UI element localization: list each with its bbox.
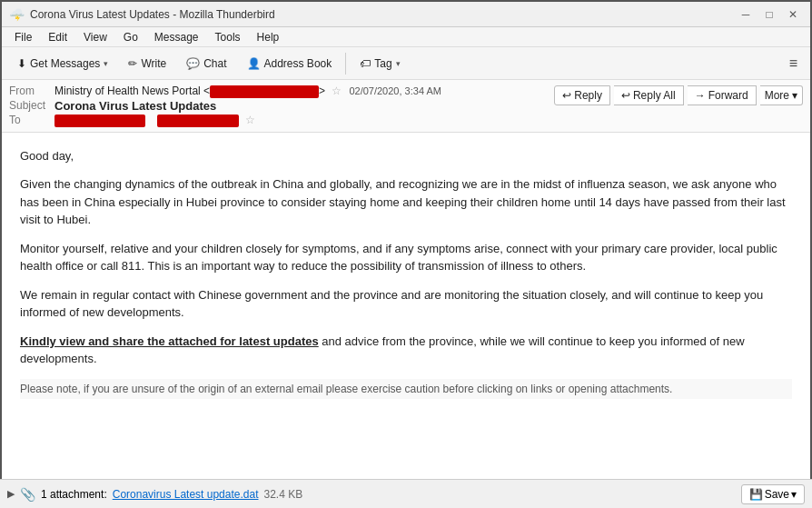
tag-icon: 🏷: [360, 57, 371, 70]
addressbook-icon: 👤: [247, 57, 261, 70]
reply-all-button[interactable]: ↩ Reply All: [614, 85, 684, 105]
subject-value: Corona Virus Latest Updates: [54, 99, 216, 113]
menu-tools[interactable]: Tools: [208, 29, 248, 45]
email-header: From Ministry of Health News Portal <> ☆…: [2, 80, 810, 133]
attachment-bar: ▶ 📎 1 attachment: Coronavirus Latest upd…: [0, 479, 812, 508]
forward-label: Forward: [708, 89, 748, 102]
expand-attachment-button[interactable]: ▶: [7, 488, 15, 500]
maximize-button[interactable]: □: [759, 5, 779, 25]
to-redacted-1: [54, 115, 145, 127]
body-paragraph-4: Kindly view and share the attached for l…: [20, 333, 792, 368]
to-row: To ☆: [9, 114, 554, 127]
from-star-icon[interactable]: ☆: [332, 85, 342, 97]
tag-button[interactable]: 🏷 Tag ▾: [352, 53, 408, 75]
write-icon: ✏: [128, 57, 137, 70]
from-email-redacted: [210, 85, 319, 98]
forward-button[interactable]: → Forward: [688, 85, 757, 105]
more-arrow-icon: ▾: [792, 89, 797, 102]
write-label: Write: [141, 57, 166, 70]
to-value: ☆: [54, 114, 255, 127]
save-arrow-icon[interactable]: ▾: [791, 488, 797, 501]
reply-button[interactable]: ↩ Reply: [554, 85, 610, 105]
get-messages-icon: ⬇: [17, 57, 26, 70]
more-label: More: [765, 89, 789, 102]
close-button[interactable]: ✕: [783, 5, 803, 25]
body-paragraph-1: Given the changing dynamics of the outbr…: [20, 175, 792, 229]
subject-label: Subject: [9, 99, 54, 112]
menu-file[interactable]: File: [7, 29, 39, 45]
from-label: From: [9, 85, 54, 97]
hamburger-menu-button[interactable]: ≡: [784, 54, 803, 74]
attachment-filename[interactable]: Coronavirus Latest update.dat: [113, 488, 259, 501]
chat-icon: 💬: [186, 57, 200, 70]
body-link[interactable]: Kindly view and share the attached for l…: [20, 334, 319, 348]
phishing-warning: Please note, if you are unsure of the or…: [20, 379, 792, 399]
address-book-button[interactable]: 👤 Address Book: [239, 53, 341, 75]
body-paragraph-2: Monitor yourself, relative and your chil…: [20, 240, 792, 275]
menu-view[interactable]: View: [76, 29, 114, 45]
get-messages-arrow[interactable]: ▾: [104, 59, 108, 68]
more-button[interactable]: More ▾: [760, 85, 803, 105]
attachment-count: 1 attachment:: [41, 488, 107, 501]
header-top: From Ministry of Health News Portal <> ☆…: [9, 84, 803, 128]
to-star-icon[interactable]: ☆: [245, 114, 255, 126]
toolbar: ⬇ Get Messages ▾ ✏ Write 💬 Chat 👤 Addres…: [2, 47, 810, 80]
window-title: Corona Virus Latest Updates - Mozilla Th…: [30, 8, 275, 21]
menu-message[interactable]: Message: [147, 29, 206, 45]
menu-edit[interactable]: Edit: [41, 29, 74, 45]
save-icon: 💾: [749, 488, 763, 501]
from-name: Ministry of Health News Portal <: [54, 85, 210, 97]
subject-row: Subject Corona Virus Latest Updates: [9, 99, 554, 113]
attachment-size: 32.4 KB: [264, 488, 303, 501]
minimize-button[interactable]: ─: [736, 5, 756, 25]
clip-icon: 📎: [20, 487, 35, 502]
from-row: From Ministry of Health News Portal <> ☆…: [9, 85, 554, 98]
menu-bar: File Edit View Go Message Tools Help: [2, 27, 810, 47]
to-label: To: [9, 114, 54, 126]
body-paragraph-3: We remain in regular contact with Chines…: [20, 286, 792, 322]
reply-icon: ↩: [562, 89, 571, 102]
title-bar-left: 🌩️ Corona Virus Latest Updates - Mozilla…: [9, 7, 275, 22]
write-button[interactable]: ✏ Write: [120, 53, 174, 75]
address-book-label: Address Book: [264, 57, 332, 70]
title-bar: 🌩️ Corona Virus Latest Updates - Mozilla…: [2, 2, 810, 27]
from-value: Ministry of Health News Portal <> ☆: [54, 85, 342, 98]
email-date: 02/07/2020, 3:34 AM: [349, 85, 441, 96]
save-button[interactable]: 💾 Save ▾: [741, 484, 805, 504]
menu-go[interactable]: Go: [116, 29, 145, 45]
toolbar-divider: [345, 53, 346, 75]
menu-help[interactable]: Help: [250, 29, 287, 45]
get-messages-label: Get Messages: [30, 57, 100, 70]
reply-all-label: Reply All: [633, 89, 676, 102]
chat-label: Chat: [203, 57, 226, 70]
app-icon: 🌩️: [9, 7, 25, 22]
reply-all-icon: ↩: [621, 89, 630, 102]
tag-arrow[interactable]: ▾: [396, 59, 401, 68]
tag-label: Tag: [374, 57, 391, 70]
from-close: >: [319, 85, 325, 97]
forward-icon: →: [695, 89, 706, 102]
email-body: Good day, Given the changing dynamics of…: [2, 133, 810, 464]
save-label: Save: [765, 488, 789, 501]
attachment-left: ▶ 📎 1 attachment: Coronavirus Latest upd…: [7, 487, 302, 502]
get-messages-button[interactable]: ⬇ Get Messages ▾: [9, 53, 116, 75]
chat-button[interactable]: 💬 Chat: [178, 53, 234, 75]
to-redacted-2: [157, 115, 239, 127]
header-meta: From Ministry of Health News Portal <> ☆…: [9, 84, 554, 128]
header-actions: ↩ Reply ↩ Reply All → Forward More ▾: [554, 84, 803, 105]
window-controls: ─ □ ✕: [736, 5, 803, 25]
reply-label: Reply: [574, 89, 602, 102]
body-greeting: Good day,: [20, 147, 792, 165]
